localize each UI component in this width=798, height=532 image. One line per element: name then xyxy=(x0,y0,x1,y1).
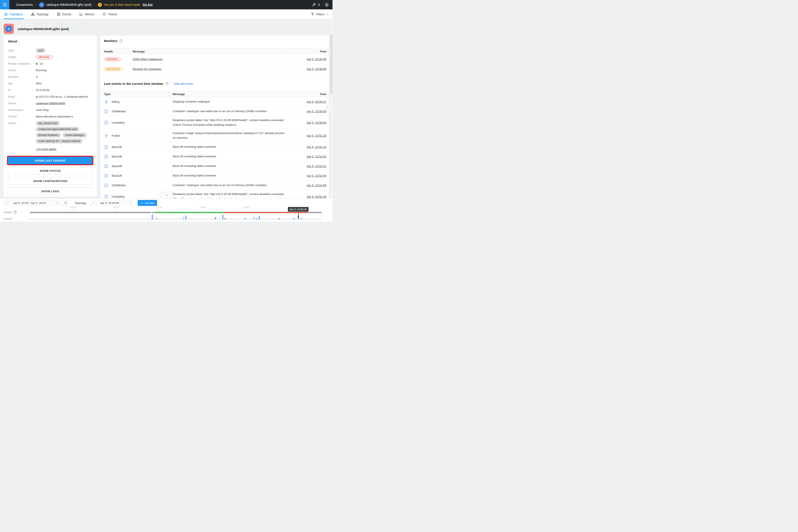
tab-events[interactable]: Events xyxy=(56,10,72,19)
tab-traces[interactable]: Traces xyxy=(102,10,117,19)
help-icon[interactable]: ? xyxy=(14,211,17,214)
field-text: ip-10-0-21-204.eu-w...1.compute.internal xyxy=(36,94,88,99)
pin-icon[interactable] xyxy=(312,3,316,6)
about-row-phase: PhaseRunning xyxy=(8,68,93,73)
pod-icon xyxy=(5,25,12,32)
event-type-label: BackOff xyxy=(112,165,122,168)
label-pill[interactable]: name:catalogue xyxy=(63,133,87,137)
event-time-cell: Apr 5, 15:52:02 xyxy=(289,155,326,158)
show-configuration-button[interactable]: SHOW CONFIGURATION xyxy=(8,177,93,185)
scrollbar-thumb[interactable] xyxy=(330,34,332,94)
monitor-message-cell: Restarts for containers xyxy=(133,68,286,71)
event-bar xyxy=(256,218,257,220)
pin-count: 0 xyxy=(318,3,320,6)
field-label: Cluster xyxy=(8,114,36,119)
range-previous-button[interactable] xyxy=(4,200,9,206)
field-label: Restarts xyxy=(8,75,36,79)
tab-label: Topology xyxy=(36,13,49,16)
show-last-change-button[interactable]: SHOW LAST CHANGE xyxy=(8,157,93,164)
view-all-events-link[interactable]: View all events xyxy=(173,82,193,86)
owner-link[interactable]: catalogue-69b58cb649 xyxy=(36,101,65,106)
event-row: OOMKilledContainer 'catalogue' was kille… xyxy=(100,180,329,190)
hamburger-menu-button[interactable] xyxy=(0,0,10,10)
main-content: catalogue-69b58cb649-gjl5v (pod) About T… xyxy=(0,19,332,198)
time-link[interactable]: Apr 5, 15:52:00 xyxy=(307,174,326,177)
event-time-cell: Apr 5, 15:52:14 xyxy=(289,145,326,149)
event-type-cell: OOMKilled xyxy=(104,183,173,188)
go-live-link[interactable]: Go live xyxy=(143,3,153,6)
event-message-cell: Back-off restarting failed container xyxy=(173,154,289,159)
monitors-table-body: CRITICALOOM Killed (catalogue)Apr 5, 15:… xyxy=(100,54,329,74)
event-type-label: Killing xyxy=(112,100,119,103)
event-type-label: BackOff xyxy=(112,145,122,149)
show-status-button[interactable]: SHOW STATUS xyxy=(8,167,93,174)
event-row: UnhealthyReadiness probe failed: Get "ht… xyxy=(100,190,329,198)
time-marker-handle[interactable] xyxy=(298,215,299,219)
monitor-row: DEVIATINGRestarts for containersApr 5, 1… xyxy=(100,64,329,74)
filters-label: Filters xyxy=(316,13,324,16)
time-link[interactable]: Apr 5, 16:00:37 xyxy=(307,100,326,103)
events-baseline xyxy=(30,218,321,220)
alert-icon xyxy=(104,164,109,168)
tab-label: Traces xyxy=(108,13,117,16)
show-logs-button[interactable]: SHOW LOGS xyxy=(8,187,93,195)
monitor-link[interactable]: Restarts for containers xyxy=(133,68,162,71)
topology-icon xyxy=(31,13,35,16)
time-link[interactable]: Apr 5, 15:56:04 xyxy=(307,121,326,124)
tick-line xyxy=(246,210,246,212)
event-type-cell: OOMKilled xyxy=(104,109,173,114)
top-bar: Components / catalogue-69b58cb649-gjl5v … xyxy=(0,0,332,10)
banner-text: You are in time travel mode. xyxy=(104,3,141,6)
time-link[interactable]: Apr 5, 15:52:14 xyxy=(307,145,326,149)
help-icon[interactable]: ? xyxy=(166,82,169,85)
event-bar xyxy=(183,217,185,220)
about-row-restarts: Restarts3 xyxy=(8,75,93,79)
filters-button[interactable]: Filters xyxy=(311,13,328,16)
time-link[interactable]: Apr 5, 15:51:16 xyxy=(307,195,326,198)
time-link[interactable]: Apr 5, 15:52:01 xyxy=(307,165,326,168)
breadcrumb-pod[interactable]: catalogue-69b58cb649-gjl5v (pod) xyxy=(39,2,91,7)
event-type-label: Unhealthy xyxy=(112,195,125,198)
about-row-age: Age30m xyxy=(8,81,93,86)
event-bar xyxy=(222,215,223,220)
event-bar xyxy=(259,216,260,220)
alert-icon xyxy=(104,109,109,114)
monitor-link[interactable]: OOM Killed (catalogue) xyxy=(133,58,163,61)
time-link[interactable]: Apr 5, 15:59:00 xyxy=(307,110,326,113)
page-header: catalogue-69b58cb649-gjl5v (pod) xyxy=(4,24,69,34)
breadcrumb-section-label: Components xyxy=(16,3,33,6)
time-link[interactable]: Apr 5, 15:45:06 xyxy=(307,58,326,61)
expand-timeline-handle[interactable] xyxy=(160,192,173,198)
label-pill[interactable]: component-type:kubernetes-pod xyxy=(36,127,79,132)
tab-bar: HighlightsTopologyEventsMetricsTraces Fi… xyxy=(0,10,332,19)
event-time-cell: Apr 5, 15:52:01 xyxy=(289,165,326,168)
traces-icon xyxy=(103,13,106,16)
event-type-label: OOMKilled xyxy=(112,110,126,113)
label-pill[interactable]: api_service:true xyxy=(36,121,60,126)
events-table-body: KillingStopping container catalogueApr 5… xyxy=(100,97,329,198)
event-type-cell: BackOff xyxy=(104,173,173,178)
more-labels-link[interactable]: +15 more labels xyxy=(36,147,56,152)
user-avatar[interactable] xyxy=(325,3,329,6)
tab-metrics[interactable]: Metrics xyxy=(79,10,95,19)
field-label: Labels xyxy=(8,121,36,126)
help-icon[interactable]: ? xyxy=(119,39,123,42)
time-link[interactable]: Apr 5, 15:52:02 xyxy=(307,155,326,158)
event-bar xyxy=(279,218,280,220)
time-link[interactable]: Apr 5, 15:51:59 xyxy=(307,184,326,187)
label-pill[interactable]: domain:business xyxy=(36,133,61,137)
breadcrumb-components[interactable]: Components xyxy=(14,3,33,6)
tick-line xyxy=(203,210,203,212)
tab-highlights[interactable]: Highlights xyxy=(4,10,23,19)
event-bar xyxy=(301,218,302,220)
page-title: catalogue-69b58cb649-gjl5v (pod) xyxy=(18,27,69,31)
about-card: About TypepodHealthCRITICALReady contain… xyxy=(4,36,97,197)
label-pill[interactable]: node-name:ip-10-...ompute.internal xyxy=(36,139,82,144)
field-value: api_service:truecomponent-type:kubernete… xyxy=(36,121,93,152)
health-badge: CRITICAL xyxy=(36,55,53,59)
time-link[interactable]: Apr 5, 15:52:28 xyxy=(307,134,326,137)
event-type-label: Unhealthy xyxy=(112,121,125,124)
time-link[interactable]: Apr 5, 15:46:06 xyxy=(307,68,326,71)
health-badge: CRITICAL xyxy=(104,57,121,61)
tab-topology[interactable]: Topology xyxy=(31,10,49,19)
